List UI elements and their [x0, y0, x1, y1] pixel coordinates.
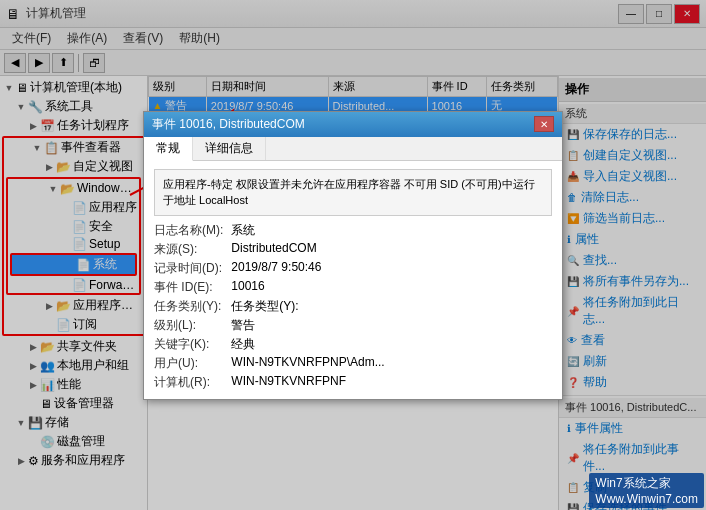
event-id-label: 事件 ID(E):	[154, 279, 223, 296]
user-label: 用户(U):	[154, 355, 223, 372]
record-time-value: 2019/8/7 9:50:46	[231, 260, 552, 277]
modal-fields: 日志名称(M): 系统 来源(S): DistributedCOM 记录时间(D…	[154, 222, 552, 391]
source-value: DistributedCOM	[231, 241, 552, 258]
task-value: 任务类型(Y):	[231, 298, 552, 315]
level-value: 警告	[231, 317, 552, 334]
source-label: 来源(S):	[154, 241, 223, 258]
computer-label: 计算机(R):	[154, 374, 223, 391]
keyword-value: 经典	[231, 336, 552, 353]
user-value: WIN-N9TKVNRFPNP\Adm...	[231, 355, 552, 372]
level-label: 级别(L):	[154, 317, 223, 334]
watermark-line2: Www.Winwin7.com	[595, 492, 698, 506]
modal-description: 应用程序-特定 权限设置并未允许在应用程序容器 不可用 SID (不可用)中运行…	[154, 169, 552, 216]
event-detail-modal: 事件 10016, DistributedCOM ✕ 常规 详细信息 应用程序-…	[143, 111, 563, 400]
tab-general[interactable]: 常规	[144, 137, 193, 161]
modal-tabs: 常规 详细信息	[144, 137, 562, 161]
keyword-label: 关键字(K):	[154, 336, 223, 353]
tab-detail[interactable]: 详细信息	[193, 137, 266, 160]
task-label: 任务类别(Y):	[154, 298, 223, 315]
modal-overlay: 事件 10016, DistributedCOM ✕ 常规 详细信息 应用程序-…	[0, 0, 706, 510]
modal-title-bar: 事件 10016, DistributedCOM ✕	[144, 112, 562, 137]
log-name-value: 系统	[231, 222, 552, 239]
modal-close-button[interactable]: ✕	[534, 116, 554, 132]
computer-value: WIN-N9TKVNRFPNF	[231, 374, 552, 391]
watermark-line1: Win7系统之家	[595, 475, 698, 492]
log-name-label: 日志名称(M):	[154, 222, 223, 239]
modal-title: 事件 10016, DistributedCOM	[152, 116, 305, 133]
record-time-label: 记录时间(D):	[154, 260, 223, 277]
event-id-value: 10016	[231, 279, 552, 296]
watermark: Win7系统之家 Www.Winwin7.com	[589, 473, 704, 508]
modal-content: 应用程序-特定 权限设置并未允许在应用程序容器 不可用 SID (不可用)中运行…	[144, 161, 562, 399]
